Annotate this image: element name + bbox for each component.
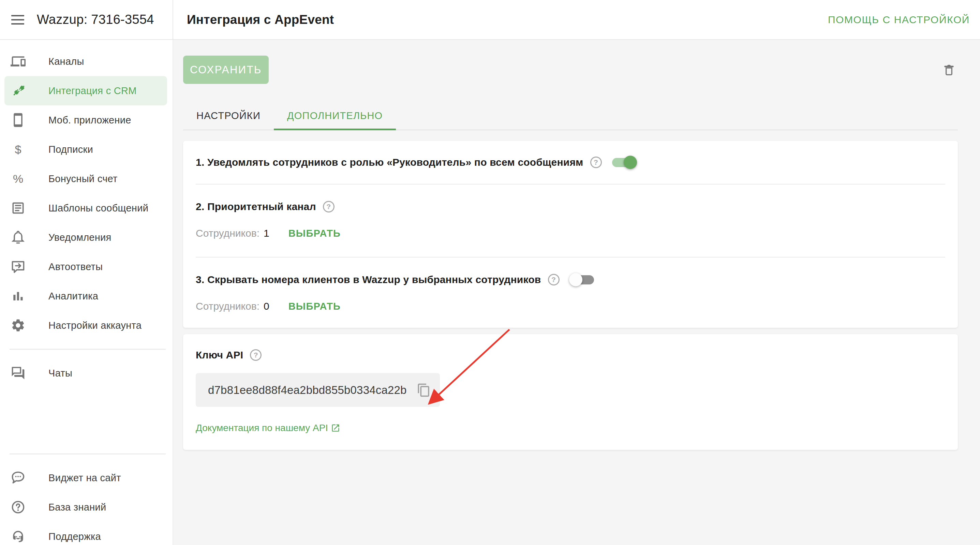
tab-additional[interactable]: ДОПОЛНИТЕЛЬНО bbox=[274, 102, 396, 130]
document-icon bbox=[10, 200, 26, 216]
sidebar-item-knowledge-base[interactable]: База знаний bbox=[5, 492, 167, 522]
sidebar-divider bbox=[10, 349, 166, 350]
api-key-field: d7b81ee8d88f4ea2bbd855b0334ca22b bbox=[196, 373, 440, 407]
sidebar-item-label: Настройки аккаунта bbox=[48, 320, 142, 331]
api-key-card: Ключ API ? d7b81ee8d88f4ea2bbd855b0334ca… bbox=[183, 334, 958, 450]
sidebar-item-notifications[interactable]: Уведомления bbox=[5, 223, 167, 252]
tab-settings[interactable]: НАСТРОЙКИ bbox=[183, 102, 274, 130]
account-title: Wazzup: 7316-3554 bbox=[37, 12, 154, 27]
sidebar-item-label: Шаблоны сообщений bbox=[48, 202, 148, 214]
sidebar-item-label: Каналы bbox=[48, 56, 84, 67]
smartphone-icon bbox=[10, 112, 26, 128]
setup-help-link[interactable]: ПОМОЩЬ С НАСТРОЙКОЙ bbox=[828, 14, 970, 25]
employees-count: 0 bbox=[264, 300, 269, 312]
auto-reply-icon bbox=[10, 259, 26, 274]
sidebar-item-label: Аналитика bbox=[48, 290, 98, 302]
setting-title: 3. Скрывать номера клиентов в Wazzup у в… bbox=[196, 274, 541, 285]
api-documentation-link[interactable]: Документация по нашему API bbox=[196, 422, 340, 433]
copy-api-key-button[interactable] bbox=[417, 383, 431, 397]
api-key-value: d7b81ee8d88f4ea2bbd855b0334ca22b bbox=[208, 384, 407, 397]
sidebar-item-auto-replies[interactable]: Автоответы bbox=[5, 252, 167, 281]
employees-label: Сотрудников: bbox=[196, 228, 259, 239]
sidebar-item-bonus-account[interactable]: % Бонусный счет bbox=[5, 164, 167, 193]
sidebar-item-label: Бонусный счет bbox=[48, 173, 118, 185]
trash-icon bbox=[942, 63, 956, 77]
bell-icon bbox=[10, 229, 26, 245]
help-icon[interactable]: ? bbox=[323, 201, 334, 212]
support-icon bbox=[10, 529, 26, 544]
save-button[interactable]: СОХРАНИТЬ bbox=[183, 56, 269, 84]
sidebar-header: Wazzup: 7316-3554 bbox=[0, 0, 173, 39]
sidebar-divider bbox=[10, 454, 166, 454]
dollar-icon: $ bbox=[10, 142, 26, 157]
choose-employees-button[interactable]: ВЫБРАТЬ bbox=[288, 301, 340, 312]
api-documentation-label: Документация по нашему API bbox=[196, 422, 328, 433]
main-content: СОХРАНИТЬ НАСТРОЙКИ ДОПОЛНИТЕЛЬНО 1. Уве… bbox=[173, 40, 980, 545]
sidebar-item-label: Поддержка bbox=[48, 531, 101, 542]
sidebar-item-channels[interactable]: Каналы bbox=[5, 47, 167, 76]
copy-icon bbox=[417, 383, 431, 397]
sidebar-item-chats[interactable]: Чаты bbox=[5, 359, 167, 388]
setting-notify-managers: 1. Уведомлять сотрудников с ролью «Руков… bbox=[196, 141, 945, 185]
employees-count: 1 bbox=[264, 228, 269, 239]
sidebar-item-label: Автоответы bbox=[48, 261, 103, 272]
settings-card: 1. Уведомлять сотрудников с ролью «Руков… bbox=[183, 141, 958, 328]
plug-icon bbox=[10, 83, 26, 99]
menu-icon[interactable] bbox=[11, 14, 24, 26]
page-title: Интеграция с AppEvent bbox=[187, 13, 334, 27]
page-header: Интеграция с AppEvent ПОМОЩЬ С НАСТРОЙКО… bbox=[173, 0, 980, 39]
setting-priority-channel: 2. Приоритетный канал ? Сотрудников: 1 В… bbox=[196, 185, 945, 258]
question-circle-icon bbox=[10, 499, 26, 515]
widget-bubble-icon bbox=[10, 470, 26, 486]
setting-hide-numbers: 3. Скрывать номера клиентов в Wazzup у в… bbox=[196, 258, 945, 328]
sidebar-item-label: Интеграция с CRM bbox=[48, 85, 137, 97]
help-icon[interactable]: ? bbox=[250, 349, 261, 361]
setting-title: 2. Приоритетный канал bbox=[196, 201, 316, 212]
help-icon[interactable]: ? bbox=[548, 274, 560, 285]
external-link-icon bbox=[331, 423, 340, 433]
setting-title: 1. Уведомлять сотрудников с ролью «Руков… bbox=[196, 156, 584, 168]
sidebar-item-mobile-app[interactable]: Моб. приложение bbox=[5, 105, 167, 135]
sidebar-item-support[interactable]: Поддержка bbox=[5, 522, 167, 545]
employees-label: Сотрудников: bbox=[196, 300, 259, 312]
sidebar-item-subscriptions[interactable]: $ Подписки bbox=[5, 135, 167, 164]
devices-icon bbox=[10, 54, 26, 69]
sidebar-item-analytics[interactable]: Аналитика bbox=[5, 281, 167, 311]
sidebar-item-label: База знаний bbox=[48, 502, 106, 513]
api-key-title: Ключ API bbox=[196, 349, 243, 361]
toggle-hide-numbers[interactable] bbox=[570, 275, 594, 284]
sidebar-item-label: Чаты bbox=[48, 368, 72, 379]
sidebar-item-label: Подписки bbox=[48, 144, 93, 155]
tab-bar: НАСТРОЙКИ ДОПОЛНИТЕЛЬНО bbox=[183, 102, 958, 130]
bar-chart-icon bbox=[10, 288, 26, 304]
sidebar-item-message-templates[interactable]: Шаблоны сообщений bbox=[5, 193, 167, 223]
toggle-notify-managers[interactable] bbox=[612, 158, 636, 167]
gear-icon bbox=[10, 317, 26, 333]
delete-integration-button[interactable] bbox=[940, 61, 958, 79]
sidebar-item-crm-integration[interactable]: Интеграция с CRM bbox=[5, 76, 167, 105]
choose-employees-button[interactable]: ВЫБРАТЬ bbox=[288, 228, 340, 239]
sidebar: Каналы Интеграция с CRM bbox=[0, 40, 173, 545]
help-icon[interactable]: ? bbox=[590, 156, 602, 168]
chats-icon bbox=[10, 365, 26, 381]
toolbar: СОХРАНИТЬ bbox=[183, 56, 958, 84]
sidebar-item-label: Моб. приложение bbox=[48, 115, 131, 126]
sidebar-item-account-settings[interactable]: Настройки аккаунта bbox=[5, 311, 167, 340]
sidebar-item-site-widget[interactable]: Виджет на сайт bbox=[5, 463, 167, 492]
sidebar-item-label: Виджет на сайт bbox=[48, 472, 121, 484]
top-bar: Wazzup: 7316-3554 Интеграция с AppEvent … bbox=[0, 0, 980, 40]
sidebar-item-label: Уведомления bbox=[48, 232, 111, 243]
percent-icon: % bbox=[10, 171, 26, 186]
